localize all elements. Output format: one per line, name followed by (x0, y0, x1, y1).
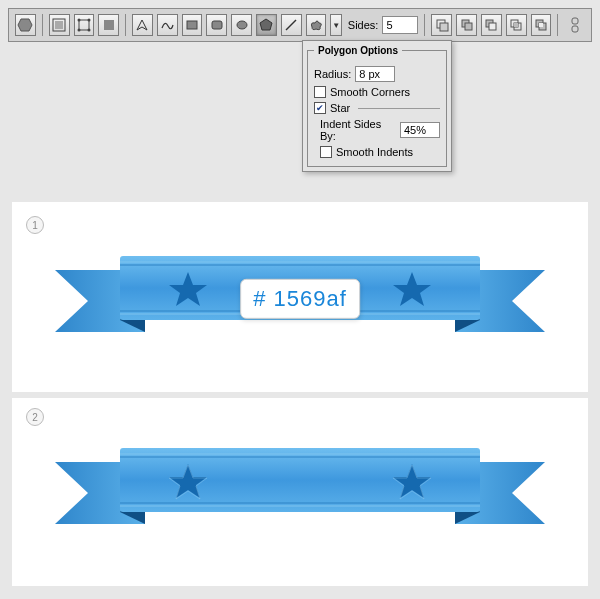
fill-pixels-mode[interactable] (98, 14, 119, 36)
star-label: Star (330, 102, 350, 114)
svg-rect-10 (212, 21, 222, 29)
path-op-new-icon[interactable] (431, 14, 452, 36)
svg-marker-12 (260, 19, 272, 30)
rectangle-shape-icon[interactable] (182, 14, 203, 36)
shape-layers-mode[interactable] (49, 14, 70, 36)
ribbon-graphic (50, 434, 550, 554)
svg-point-4 (77, 19, 80, 22)
radius-input[interactable] (355, 66, 395, 82)
path-op-add-icon[interactable] (456, 14, 477, 36)
popover-title: Polygon Options (314, 45, 402, 56)
svg-point-5 (87, 19, 90, 22)
canvas-area: 1 (12, 202, 588, 586)
shape-options-dropdown[interactable]: ▼ (330, 14, 341, 36)
path-op-subtract-icon[interactable] (481, 14, 502, 36)
separator-line (358, 108, 440, 109)
freeform-pen-icon[interactable] (157, 14, 178, 36)
pen-tool-icon[interactable] (132, 14, 153, 36)
divider (125, 14, 126, 36)
divider (424, 14, 425, 36)
rounded-rectangle-shape-icon[interactable] (206, 14, 227, 36)
svg-rect-2 (55, 21, 63, 29)
svg-rect-19 (489, 23, 496, 30)
divider (557, 14, 558, 36)
svg-marker-0 (18, 19, 32, 31)
svg-line-13 (286, 20, 296, 30)
svg-rect-9 (187, 21, 197, 29)
link-icon[interactable] (564, 14, 585, 36)
svg-rect-17 (465, 23, 472, 30)
path-op-intersect-icon[interactable] (506, 14, 527, 36)
color-hex-chip: # 1569af (240, 279, 360, 319)
ribbon-panel-2: 2 (12, 392, 588, 582)
custom-shape-icon[interactable] (306, 14, 327, 36)
ribbon-panel-1: 1 (12, 206, 588, 390)
indent-label: Indent Sides By: (320, 118, 396, 142)
star-checkbox[interactable]: ✔ (314, 102, 326, 114)
step-badge: 1 (26, 216, 44, 234)
shape-toolbar: ▼ Sides: (8, 8, 592, 42)
polygon-shape-icon[interactable] (256, 14, 277, 36)
svg-point-7 (87, 29, 90, 32)
svg-point-11 (237, 21, 247, 29)
svg-rect-8 (104, 20, 114, 30)
sides-label: Sides: (348, 19, 379, 31)
sides-input[interactable] (382, 16, 418, 34)
divider (42, 14, 43, 36)
radius-label: Radius: (314, 68, 351, 80)
svg-rect-22 (514, 23, 518, 27)
step-badge: 2 (26, 408, 44, 426)
svg-rect-26 (572, 18, 578, 24)
svg-rect-27 (572, 26, 578, 32)
svg-point-6 (77, 29, 80, 32)
foreground-hex-swatch[interactable] (15, 14, 36, 36)
smooth-indents-label: Smooth Indents (336, 146, 413, 158)
paths-mode[interactable] (74, 14, 95, 36)
line-shape-icon[interactable] (281, 14, 302, 36)
svg-rect-15 (440, 23, 448, 31)
indent-input[interactable] (400, 122, 440, 138)
smooth-corners-label: Smooth Corners (330, 86, 410, 98)
polygon-options-popover: Polygon Options Radius: Smooth Corners ✔… (302, 40, 452, 172)
smooth-corners-checkbox[interactable] (314, 86, 326, 98)
path-op-exclude-icon[interactable] (531, 14, 552, 36)
smooth-indents-checkbox[interactable] (320, 146, 332, 158)
svg-rect-25 (539, 23, 543, 27)
svg-rect-3 (79, 20, 89, 30)
ellipse-shape-icon[interactable] (231, 14, 252, 36)
